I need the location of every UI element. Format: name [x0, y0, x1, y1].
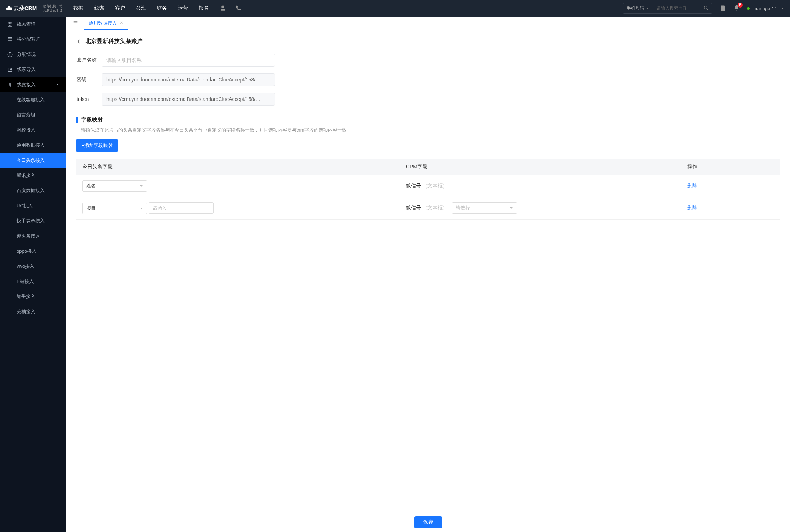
search-group: 手机号码 [623, 3, 712, 14]
main: 通用数据接入 ✕ 北京昱新科技头条账户 账户名称 密钥 token [66, 17, 790, 532]
chevron-down-icon [140, 184, 143, 188]
account-name-input[interactable] [102, 54, 275, 67]
section-bar [76, 117, 78, 123]
back-arrow-icon[interactable] [76, 39, 82, 44]
secret-label: 密钥 [76, 76, 102, 83]
sidebar-item-label: 线索查询 [17, 21, 36, 27]
sidebar-icon [7, 52, 13, 57]
crm-field-select[interactable]: 请选择 [452, 202, 517, 214]
chevron-up-icon [56, 83, 59, 87]
secret-input[interactable] [102, 73, 275, 86]
footer-bar: 保存 [66, 512, 790, 532]
topbar: 云朵CRM 教育机构一站 式服务云平台 数据线索客户公海财务运营报名 手机号码 … [0, 0, 790, 17]
sidebar: 线索查询待分配客户分配情况线索导入线索接入在线客服接入留言分组网校接入通用数据接… [0, 17, 66, 532]
tabs-bar: 通用数据接入 ✕ [66, 17, 790, 30]
save-button[interactable]: 保存 [414, 516, 442, 528]
cloud-icon [6, 5, 12, 12]
sidebar-item-label: 分配情况 [17, 51, 36, 58]
sidebar-sub-item[interactable]: 网校接入 [0, 123, 66, 138]
tab-label: 通用数据接入 [89, 20, 117, 26]
topnav-item[interactable]: 报名 [199, 5, 209, 12]
section-hint: 请确保您在此填写的头条自定义字段名称与在今日头条平台中自定义的字段名称一致，并且… [76, 127, 780, 133]
tab-close-button[interactable]: ✕ [120, 21, 123, 25]
delete-row-link[interactable]: 删除 [687, 183, 697, 189]
mapping-table: 今日头条字段 CRM字段 操作 姓名微信号（文本框）删除项目 微信号（文本框） … [76, 159, 780, 220]
sidebar-sub-item[interactable]: oppo接入 [0, 244, 66, 259]
sidebar-sub-item[interactable]: B站接入 [0, 274, 66, 289]
tt-field-extra-input[interactable] [149, 202, 214, 214]
sidebar-sub-item[interactable]: 快手表单接入 [0, 213, 66, 229]
topnav-item[interactable]: 数据 [73, 5, 83, 12]
tt-field-select[interactable]: 姓名 [82, 180, 147, 192]
user-add-icon[interactable] [220, 5, 226, 12]
section-title: 字段映射 [81, 116, 103, 123]
sidebar-sub-item[interactable]: 知乎接入 [0, 289, 66, 304]
th-tt-field: 今日头条字段 [76, 159, 400, 175]
search-type-select[interactable]: 手机号码 [623, 3, 653, 13]
sidebar-sub-item[interactable]: vivo接入 [0, 259, 66, 274]
sidebar-item[interactable]: 线索接入 [0, 77, 66, 92]
account-name-label: 账户名称 [76, 57, 102, 63]
content: 北京昱新科技头条账户 账户名称 密钥 token 字段映射 请确保您在此填写的头… [66, 30, 790, 532]
token-input[interactable] [102, 93, 275, 106]
token-label: token [76, 96, 102, 102]
collapse-sidebar-button[interactable] [70, 19, 81, 28]
sidebar-sub-item[interactable]: 美柚接入 [0, 304, 66, 319]
notifications[interactable]: 5 [733, 5, 740, 12]
status-dot [747, 7, 750, 10]
th-action: 操作 [681, 159, 780, 175]
delete-row-link[interactable]: 删除 [687, 205, 697, 210]
sidebar-icon [7, 22, 13, 27]
th-crm-field: CRM字段 [400, 159, 681, 175]
sidebar-sub-item[interactable]: 留言分组 [0, 107, 66, 123]
sidebar-icon [7, 37, 13, 42]
topnav: 数据线索客户公海财务运营报名 [73, 5, 209, 12]
phone-icon[interactable] [235, 5, 241, 12]
sidebar-sub-item[interactable]: 趣头条接入 [0, 229, 66, 244]
sidebar-item[interactable]: 线索查询 [0, 17, 66, 32]
table-row: 项目 微信号（文本框） 请选择删除 [76, 197, 780, 220]
sidebar-item-label: 线索导入 [17, 66, 36, 73]
search-input[interactable] [653, 6, 700, 11]
table-row: 姓名微信号（文本框）删除 [76, 175, 780, 197]
chevron-down-icon [140, 207, 143, 210]
sidebar-item[interactable]: 分配情况 [0, 47, 66, 62]
sidebar-item[interactable]: 线索导入 [0, 62, 66, 77]
add-mapping-button[interactable]: +添加字段映射 [76, 139, 118, 152]
sidebar-sub-item[interactable]: 百度数据接入 [0, 183, 66, 198]
notification-badge: 5 [738, 3, 743, 8]
tab-active[interactable]: 通用数据接入 ✕ [84, 17, 128, 30]
user-menu[interactable]: manager11 [747, 6, 784, 11]
crm-field-display: 微信号（文本框） [406, 205, 448, 211]
chevron-down-icon [509, 206, 513, 210]
sidebar-sub-item[interactable]: 腾讯接入 [0, 168, 66, 183]
chevron-down-icon [646, 7, 649, 10]
sidebar-sub-item[interactable]: 今日头条接入 [0, 153, 66, 168]
sidebar-sub-item[interactable]: UC接入 [0, 198, 66, 213]
sidebar-item[interactable]: 待分配客户 [0, 32, 66, 47]
sidebar-icon [7, 67, 13, 72]
tt-field-select[interactable]: 项目 [82, 203, 147, 214]
logo-text: 云朵CRM [14, 5, 37, 12]
logo[interactable]: 云朵CRM 教育机构一站 式服务云平台 [6, 4, 62, 12]
page-title: 北京昱新科技头条账户 [85, 37, 143, 45]
sidebar-sub-item[interactable]: 通用数据接入 [0, 138, 66, 153]
sidebar-item-label: 线索接入 [17, 81, 36, 88]
search-button[interactable] [700, 5, 712, 12]
sidebar-sub-item[interactable]: 在线客服接入 [0, 92, 66, 107]
crm-field-display: 微信号（文本框） [406, 183, 448, 189]
chevron-down-icon [781, 6, 784, 10]
topnav-item[interactable]: 财务 [157, 5, 167, 12]
mobile-icon[interactable] [720, 5, 726, 12]
topnav-item[interactable]: 线索 [94, 5, 104, 12]
search-icon [703, 5, 708, 10]
topnav-item[interactable]: 公海 [136, 5, 146, 12]
topnav-item[interactable]: 运营 [178, 5, 188, 12]
menu-collapse-icon [73, 20, 78, 25]
sidebar-icon [7, 82, 13, 88]
username: manager11 [753, 6, 777, 11]
sidebar-item-label: 待分配客户 [17, 36, 40, 43]
topnav-item[interactable]: 客户 [115, 5, 125, 12]
